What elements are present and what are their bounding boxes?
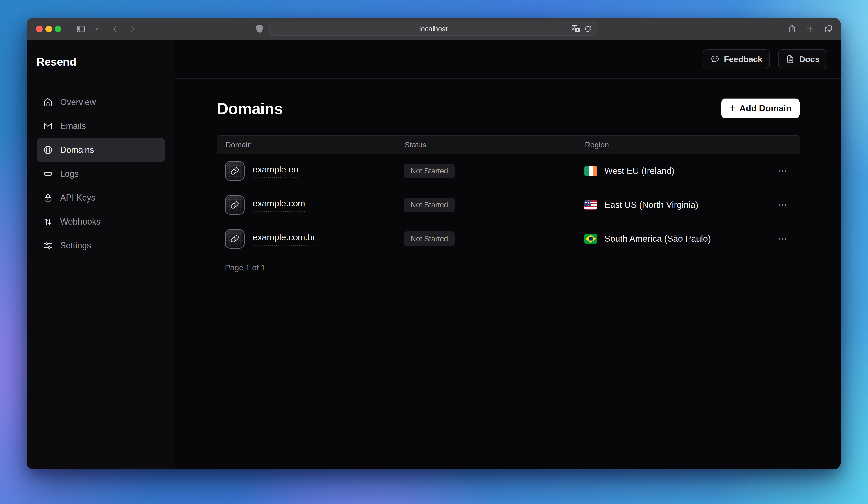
sidebar-item-overview[interactable]: Overview xyxy=(37,90,165,114)
table-row: example.com Not Started East US (North V… xyxy=(217,188,800,222)
back-icon[interactable] xyxy=(111,25,119,33)
pagination-label: Page 1 of 1 xyxy=(217,263,800,272)
minimize-button[interactable] xyxy=(45,26,52,32)
add-domain-label: Add Domain xyxy=(740,103,792,113)
region-flag xyxy=(584,200,597,210)
status-badge: Not Started xyxy=(404,198,455,212)
feedback-label: Feedback xyxy=(724,54,762,64)
table-header: Domain Status Region xyxy=(217,135,800,154)
status-badge: Not Started xyxy=(404,231,455,246)
traffic-lights xyxy=(36,26,64,32)
table-row: example.eu Not Started West EU (Ireland) xyxy=(217,154,800,188)
home-icon xyxy=(43,97,53,107)
column-header-status: Status xyxy=(405,140,585,149)
domain-link-tile xyxy=(225,195,245,215)
top-bar: Feedback Docs xyxy=(175,40,840,79)
domain-link-tile xyxy=(225,161,245,181)
browser-window: localhost Resend Overview Emails Domains… xyxy=(27,18,840,469)
domain-link[interactable]: example.com xyxy=(253,199,305,212)
lock-icon xyxy=(43,193,53,203)
sliders-icon xyxy=(43,241,53,251)
sidebar-item-settings[interactable]: Settings xyxy=(37,234,165,258)
sidebar-item-logs[interactable]: Logs xyxy=(37,162,165,186)
sidebar-toggle-icon[interactable] xyxy=(76,24,86,34)
link-icon xyxy=(230,234,239,244)
reload-icon[interactable] xyxy=(584,25,592,33)
domain-link[interactable]: example.eu xyxy=(253,164,298,178)
link-icon xyxy=(230,200,239,210)
privacy-shield-icon[interactable] xyxy=(254,23,265,34)
sidebar-item-emails[interactable]: Emails xyxy=(37,114,165,138)
plus-icon: + xyxy=(730,103,736,113)
logs-icon xyxy=(43,169,53,179)
table-row: example.com.br Not Started South America… xyxy=(217,222,800,256)
status-badge: Not Started xyxy=(404,164,455,179)
page-content: Domains + Add Domain Domain Status Regio… xyxy=(175,79,840,272)
resend-logo: Resend xyxy=(37,55,175,68)
app-root: Resend Overview Emails Domains Logs API … xyxy=(27,40,840,469)
row-actions-button[interactable] xyxy=(775,232,789,246)
sidebar-item-api-keys[interactable]: API Keys xyxy=(37,186,165,210)
column-header-region: Region xyxy=(585,140,799,149)
url-text: localhost xyxy=(419,25,447,33)
address-bar[interactable]: localhost xyxy=(269,22,598,36)
region-flag xyxy=(584,234,597,244)
region-label: East US (North Virginia) xyxy=(604,200,698,210)
ellipsis-icon xyxy=(777,166,788,176)
chevron-down-icon[interactable] xyxy=(94,26,99,31)
feedback-bubble-icon xyxy=(711,55,720,64)
sidebar-item-webhooks[interactable]: Webhooks xyxy=(37,210,165,234)
sidebar-nav: Overview Emails Domains Logs API Keys We… xyxy=(27,90,175,258)
forward-icon xyxy=(128,25,136,33)
page-title: Domains xyxy=(217,99,283,118)
share-icon[interactable] xyxy=(788,24,797,33)
toolbar-right-icons xyxy=(788,24,833,33)
column-header-domain: Domain xyxy=(217,140,405,149)
domain-link-tile xyxy=(225,229,245,249)
translate-icon[interactable] xyxy=(571,24,580,33)
arrows-up-down-icon xyxy=(43,216,53,227)
zoom-button[interactable] xyxy=(55,26,61,32)
ellipsis-icon xyxy=(777,234,788,244)
toolbar-left-icons xyxy=(76,23,136,35)
globe-icon xyxy=(43,145,53,155)
region-flag xyxy=(584,166,597,176)
region-label: South America (São Paulo) xyxy=(604,234,711,244)
table-body: example.eu Not Started West EU (Ireland)… xyxy=(217,154,800,256)
docs-label: Docs xyxy=(799,54,819,64)
browser-toolbar: localhost xyxy=(27,18,840,40)
document-icon xyxy=(786,55,795,64)
feedback-button[interactable]: Feedback xyxy=(703,49,770,69)
address-bar-icons xyxy=(571,22,592,36)
domain-link[interactable]: example.com.br xyxy=(253,232,316,245)
toolbar-separator xyxy=(90,23,90,35)
page-head: Domains + Add Domain xyxy=(217,98,800,119)
add-domain-button[interactable]: + Add Domain xyxy=(721,98,800,119)
domains-table: Domain Status Region example.eu Not Star… xyxy=(217,135,800,256)
docs-button[interactable]: Docs xyxy=(778,49,827,69)
mail-icon xyxy=(43,121,53,131)
tabs-overview-icon[interactable] xyxy=(824,24,833,33)
new-tab-icon[interactable] xyxy=(806,24,815,33)
region-label: West EU (Ireland) xyxy=(604,166,674,176)
row-actions-button[interactable] xyxy=(775,198,789,212)
sidebar-item-domains[interactable]: Domains xyxy=(37,138,165,162)
sidebar: Resend Overview Emails Domains Logs API … xyxy=(27,40,175,469)
link-icon xyxy=(230,166,239,176)
row-actions-button[interactable] xyxy=(775,164,789,178)
close-button[interactable] xyxy=(36,26,43,32)
ellipsis-icon xyxy=(777,200,788,210)
main-area: Feedback Docs Domains + Add Domain xyxy=(175,40,840,469)
